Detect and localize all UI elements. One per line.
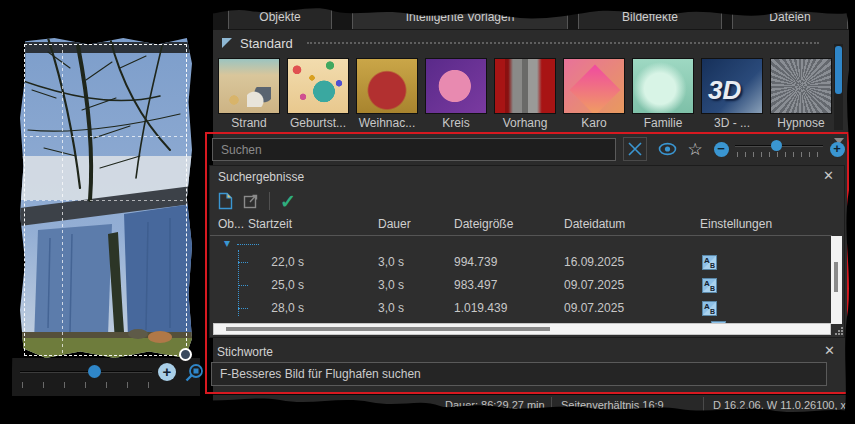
selection-gridline-horizontal bbox=[24, 200, 187, 201]
keywords-close-button[interactable]: ✕ bbox=[824, 344, 835, 358]
template-weihnachten-artwork[interactable] bbox=[356, 58, 418, 114]
preview-zoom-slider-track[interactable] bbox=[20, 371, 152, 373]
template-label: 3D - ... bbox=[714, 116, 750, 130]
cell-dauer: 3,0 s bbox=[378, 255, 418, 269]
template-kreis-artwork[interactable] bbox=[425, 58, 487, 114]
transition-a-letter: A bbox=[704, 302, 710, 311]
status-aspect-ratio: Seitenverhältnis 16:9 bbox=[561, 399, 664, 411]
transition-a-letter: A bbox=[704, 279, 710, 288]
preview-eye-button[interactable] bbox=[655, 137, 679, 161]
transition-a-letter: A bbox=[704, 256, 710, 265]
cell-startzeit: 25,0 s bbox=[254, 278, 304, 292]
template-kreis[interactable]: Kreis bbox=[425, 58, 487, 130]
slider-thumb[interactable] bbox=[771, 140, 782, 151]
template-hypnose[interactable]: Hypnose bbox=[770, 58, 832, 130]
standard-section-header[interactable]: Standard bbox=[213, 30, 833, 56]
template-karo-artwork[interactable] bbox=[563, 58, 625, 114]
thumbnails-scrollbar-thumb[interactable] bbox=[835, 46, 842, 94]
table-hscroll-thumb[interactable] bbox=[226, 327, 550, 331]
expander-dotted-trail bbox=[237, 244, 259, 245]
table-row[interactable]: 25,0 s 3,0 s 983.497 09.07.2025 AB bbox=[210, 275, 830, 297]
column-header-dateigroesse[interactable]: Dateigröße bbox=[454, 217, 513, 231]
tab-bar: Objekte Intelligente Vorlagen Bildeffekt… bbox=[213, 0, 849, 30]
template-label: Weihnac... bbox=[359, 116, 415, 130]
transition-ab-icon[interactable]: AB bbox=[702, 301, 717, 316]
apply-check-icon[interactable]: ✓ bbox=[280, 190, 296, 213]
template-thumbnail-strip: Strand Geburtst... Weihnac... Kreis Vorh… bbox=[218, 58, 832, 130]
transition-ab-icon[interactable]: AB bbox=[702, 278, 717, 293]
column-header-einstellungen[interactable]: Einstellungen bbox=[700, 217, 772, 231]
template-3d-artwork[interactable]: 3D bbox=[701, 58, 763, 114]
plus-icon: + bbox=[830, 142, 845, 157]
template-hypnose-artwork[interactable] bbox=[770, 58, 832, 114]
slider-ticks bbox=[737, 152, 821, 157]
keywords-input[interactable] bbox=[211, 362, 827, 386]
template-familie[interactable]: Familie bbox=[632, 58, 694, 130]
template-karo[interactable]: Karo bbox=[563, 58, 625, 130]
template-geburtstag[interactable]: Geburtst... bbox=[287, 58, 349, 130]
table-row[interactable]: 28,0 s 3,0 s 1.019.439 09.07.2025 AB bbox=[210, 298, 830, 320]
template-3d-art-text: 3D bbox=[708, 75, 741, 106]
template-weihnachten[interactable]: Weihnac... bbox=[356, 58, 418, 130]
tree-connector bbox=[238, 285, 248, 286]
template-familie-artwork[interactable] bbox=[632, 58, 694, 114]
results-close-button[interactable]: ✕ bbox=[823, 169, 834, 183]
tab-bildeffekte[interactable]: Bildeffekte bbox=[578, 4, 722, 29]
app-window: Objekte Intelligente Vorlagen Bildeffekt… bbox=[0, 0, 855, 424]
column-header-dateidatum[interactable]: Dateidatum bbox=[564, 217, 625, 231]
clear-search-button[interactable] bbox=[623, 137, 647, 161]
thumbnails-scrollbar[interactable] bbox=[834, 44, 843, 130]
column-header-startzeit[interactable]: Startzeit bbox=[248, 217, 292, 231]
selection-gridline-horizontal bbox=[24, 136, 187, 137]
transition-b-letter: B bbox=[710, 308, 715, 315]
zoom-out-button[interactable]: − bbox=[709, 137, 733, 161]
template-vorhang[interactable]: Vorhang bbox=[494, 58, 556, 130]
cell-startzeit: 22,0 s bbox=[254, 255, 304, 269]
photo-preview[interactable] bbox=[20, 38, 192, 358]
zoom-in-button[interactable]: + bbox=[825, 137, 849, 161]
tab-intelligente-vorlagen[interactable]: Intelligente Vorlagen bbox=[352, 4, 568, 29]
results-table-header: Ob... Startzeit Dauer Dateigröße Dateida… bbox=[210, 216, 830, 234]
template-label: Strand bbox=[231, 116, 266, 130]
open-external-icon[interactable] bbox=[243, 193, 259, 209]
template-label: Kreis bbox=[442, 116, 469, 130]
panel-resize-grip[interactable] bbox=[834, 326, 843, 335]
new-document-icon[interactable] bbox=[218, 192, 233, 210]
table-horizontal-scrollbar[interactable] bbox=[213, 323, 831, 335]
tree-expander[interactable]: ▾ bbox=[224, 238, 264, 250]
cell-dateidatum: 09.07.2025 bbox=[564, 278, 624, 292]
template-strand[interactable]: Strand bbox=[218, 58, 280, 130]
tab-dateien[interactable]: Dateien bbox=[732, 4, 848, 29]
template-strand-artwork[interactable] bbox=[218, 58, 280, 114]
template-vorhang-artwork[interactable] bbox=[494, 58, 556, 114]
transition-ab-icon[interactable]: AB bbox=[702, 255, 717, 270]
thumbnail-size-slider[interactable] bbox=[735, 140, 823, 158]
search-input[interactable] bbox=[212, 138, 616, 161]
cell-dateigroesse: 1.019.439 bbox=[454, 301, 507, 315]
favorite-star-button[interactable]: ☆ bbox=[683, 137, 707, 161]
template-3d[interactable]: 3D 3D - ... bbox=[701, 58, 763, 130]
preview-zoom-slider-thumb[interactable] bbox=[88, 365, 101, 378]
results-panel-title: Suchergebnisse bbox=[218, 170, 836, 186]
table-vertical-scrollbar[interactable] bbox=[831, 236, 842, 324]
status-separator bbox=[551, 397, 552, 413]
column-header-objekt[interactable]: Ob... bbox=[218, 217, 244, 231]
keywords-panel: Stichworte ✕ bbox=[209, 341, 845, 391]
preview-magnifier-button[interactable] bbox=[184, 363, 204, 383]
minus-icon: − bbox=[714, 142, 729, 157]
column-header-dauer[interactable]: Dauer bbox=[378, 217, 411, 231]
search-results-panel: Suchergebnisse ✕ ✓ Ob... Startzeit Dauer… bbox=[209, 165, 845, 338]
photo-image bbox=[20, 38, 192, 358]
toolbar-separator bbox=[269, 192, 270, 210]
template-geburtstag-artwork[interactable] bbox=[287, 58, 349, 114]
tab-objekte[interactable]: Objekte bbox=[228, 4, 332, 29]
table-header-divider bbox=[210, 235, 832, 236]
preview-zoom-toolbar: + bbox=[12, 358, 200, 396]
table-row[interactable]: 22,0 s 3,0 s 994.739 16.09.2025 AB bbox=[210, 252, 830, 274]
preview-zoom-in-button[interactable]: + bbox=[158, 363, 176, 381]
table-vscroll-thumb[interactable] bbox=[834, 262, 838, 292]
cell-dauer: 3,0 s bbox=[378, 301, 418, 315]
selection-corner-handle[interactable] bbox=[179, 348, 192, 361]
results-toolbar: ✓ bbox=[218, 190, 296, 212]
cell-dateigroesse: 994.739 bbox=[454, 255, 497, 269]
